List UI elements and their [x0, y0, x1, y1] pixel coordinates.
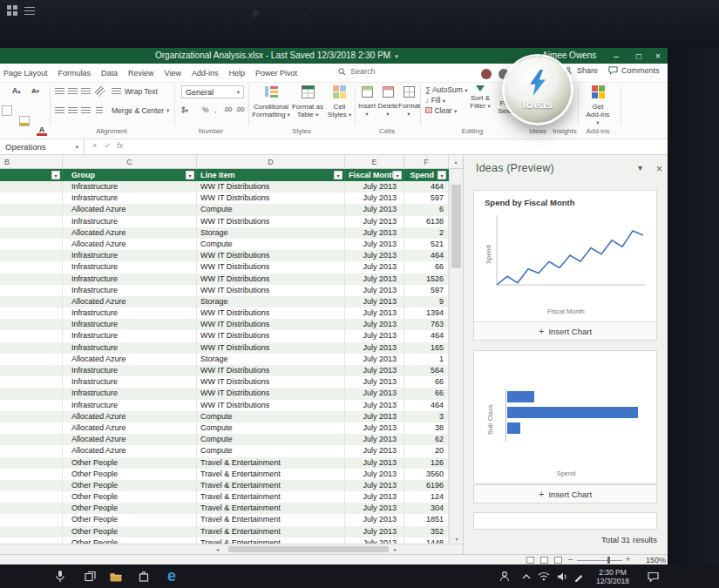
cell[interactable]: 1851	[404, 514, 449, 525]
get-addins-button[interactable]: Get Add-ins ▾	[584, 85, 612, 126]
cell[interactable]: Other People	[63, 514, 197, 525]
name-box[interactable]: Operations ▾	[0, 139, 85, 154]
cell[interactable]: July 2013	[345, 308, 404, 319]
cell[interactable]: July 2013	[345, 354, 404, 365]
cell[interactable]: July 2013	[345, 422, 404, 434]
cell[interactable]: 3560	[404, 469, 449, 480]
cell[interactable]: Compute	[197, 411, 345, 422]
search-box[interactable]: Search	[338, 67, 376, 76]
cell[interactable]: July 2013	[345, 285, 404, 296]
cell[interactable]	[0, 514, 63, 525]
cell[interactable]	[0, 411, 63, 422]
cell[interactable]	[0, 354, 63, 365]
shrink-font-button[interactable]: A▾	[31, 87, 39, 95]
cell[interactable]: July 2013	[345, 514, 404, 525]
cell[interactable]: WW IT Distributions	[197, 274, 345, 285]
cell[interactable]	[0, 330, 63, 341]
cell[interactable]: WW IT Distributions	[197, 285, 345, 296]
fill-color-icon[interactable]	[19, 116, 30, 126]
zoom-level[interactable]: 150%	[636, 556, 666, 564]
cell[interactable]: July 2013	[345, 376, 404, 388]
cell[interactable]	[0, 491, 63, 503]
column-header-F[interactable]: F	[404, 155, 449, 169]
cell[interactable]: Travel & Entertainment	[197, 514, 345, 525]
cell[interactable]: WW IT Distributions	[197, 330, 345, 341]
cell[interactable]: Travel & Entertainment	[197, 537, 345, 544]
cell[interactable]	[0, 503, 63, 514]
store-icon[interactable]	[136, 564, 152, 588]
cell[interactable]	[0, 400, 63, 411]
cell[interactable]	[0, 376, 63, 388]
cell[interactable]: July 2013	[345, 250, 404, 261]
grow-font-button[interactable]: A▴	[12, 86, 20, 95]
cell[interactable]: Infrastructure	[63, 365, 197, 376]
normal-view-icon[interactable]	[526, 557, 534, 564]
cell[interactable]: July 2013	[345, 480, 404, 491]
cell[interactable]: Allocated Azure	[63, 354, 197, 365]
cell[interactable]: Infrastructure	[63, 216, 197, 227]
cell[interactable]: July 2013	[345, 296, 404, 308]
cell[interactable]: 304	[404, 503, 449, 514]
cell[interactable]: Infrastructure	[63, 388, 197, 399]
cell[interactable]: Infrastructure	[63, 285, 197, 296]
font-color-icon[interactable]: A	[37, 125, 47, 136]
cell[interactable]	[0, 274, 63, 285]
cell[interactable]: WW IT Distributions	[197, 181, 345, 193]
filter-dropdown-button[interactable]: ▾	[438, 171, 446, 179]
scroll-right-arrow[interactable]: ▸	[394, 546, 397, 552]
cell[interactable]: 6	[404, 204, 449, 215]
insert-chart-button[interactable]: + Insert Chart	[473, 321, 657, 341]
microphone-icon[interactable]	[52, 564, 68, 588]
cell[interactable]: July 2013	[345, 491, 404, 503]
cell[interactable]: 464	[404, 400, 449, 411]
cell[interactable]: 3	[404, 411, 449, 422]
cell[interactable]: Other People	[63, 480, 197, 491]
cell[interactable]: 564	[404, 365, 449, 376]
cell[interactable]	[0, 227, 63, 239]
cell[interactable]: Travel & Entertainment	[197, 480, 345, 491]
cell[interactable]	[0, 422, 63, 434]
orientation-icon[interactable]	[94, 85, 106, 98]
cell[interactable]	[0, 308, 63, 319]
cell[interactable]: Travel & Entertainment	[197, 526, 345, 537]
cell[interactable]: Compute	[197, 239, 345, 250]
column-header-D[interactable]: D	[197, 155, 345, 169]
cell[interactable]	[0, 469, 63, 480]
page-layout-view-icon[interactable]	[540, 557, 548, 564]
minimize-button[interactable]: –	[607, 48, 626, 64]
cell[interactable]: 124	[404, 491, 449, 503]
cell[interactable]	[0, 296, 63, 308]
vertical-scrollbar[interactable]: ▾	[449, 169, 463, 544]
cell[interactable]	[0, 445, 63, 456]
cell[interactable]: WW IT Distributions	[197, 319, 345, 330]
cell[interactable]: July 2013	[345, 445, 404, 456]
cell[interactable]: Other People	[63, 537, 197, 544]
vertical-scroll-thumb[interactable]	[451, 185, 461, 268]
cell[interactable]: Storage	[197, 354, 345, 365]
cell[interactable]: 126	[404, 457, 449, 469]
indent-icon[interactable]	[96, 107, 103, 115]
close-button[interactable]: ×	[648, 48, 668, 64]
people-icon[interactable]	[497, 564, 512, 588]
cell[interactable]	[0, 537, 63, 544]
cell[interactable]: July 2013	[345, 537, 404, 544]
cell[interactable]: July 2013	[345, 503, 404, 514]
autosum-button[interactable]: ∑ AutoSum ▾	[425, 85, 468, 94]
zoom-slider-thumb[interactable]	[607, 557, 610, 564]
cell[interactable]: 352	[404, 526, 449, 537]
cell[interactable]: July 2013	[345, 411, 404, 422]
cell[interactable]: July 2013	[345, 365, 404, 376]
cell[interactable]: July 2013	[345, 181, 404, 193]
ideas-spotlight-button[interactable]: Ideas	[505, 57, 571, 123]
cell[interactable]: Compute	[197, 434, 345, 445]
cell[interactable]: July 2013	[345, 469, 404, 480]
cell[interactable]: Infrastructure	[63, 342, 197, 354]
filter-dropdown-button[interactable]: ▾	[334, 171, 343, 179]
chevron-up-icon[interactable]	[519, 564, 533, 588]
cell[interactable]	[0, 261, 63, 273]
horizontal-scrollbar[interactable]: ◂ ▸	[0, 544, 463, 554]
cell[interactable]: 1448	[404, 537, 449, 544]
filter-dropdown-button[interactable]: ▾	[186, 171, 194, 179]
zoom-out-button[interactable]: –	[568, 555, 573, 564]
cell[interactable]: WW IT Distributions	[197, 216, 345, 227]
